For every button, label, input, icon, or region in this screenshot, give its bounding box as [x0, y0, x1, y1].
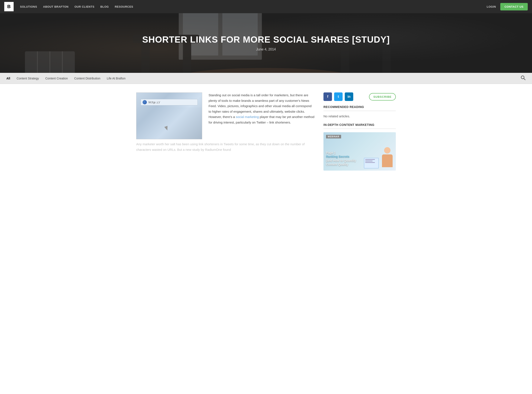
twitter-button[interactable]: t	[334, 93, 343, 101]
article-paragraph-1: Standing out on social media is a tall o…	[208, 93, 315, 125]
url-text: http://	[148, 101, 160, 104]
card-person-decor	[381, 147, 394, 168]
filter-content-distribution[interactable]: Content Distribution	[74, 76, 101, 81]
filter-content-strategy[interactable]: Content Strategy	[17, 76, 39, 81]
filter-links: All Content Strategy Content Creation Co…	[6, 76, 521, 81]
card-badge: WEBINAR	[326, 135, 341, 138]
nav-links: SOLUTIONS ABOUT BRAFTON OUR CLIENTS BLOG…	[20, 5, 487, 8]
recommended-reading-title: RECOMMENDED READING	[324, 105, 396, 109]
indepth-title: IN-DEPTH CONTENT MARKETING	[324, 123, 396, 126]
navbar: B SOLUTIONS ABOUT BRAFTON OUR CLIENTS BL…	[0, 0, 532, 13]
social-marketing-link[interactable]: social marketing	[236, 115, 259, 119]
hero-section: SHORTER LINKS FOR MORE SOCIAL SHARES [ST…	[0, 13, 532, 73]
globe-icon	[142, 100, 147, 104]
article-title: SHORTER LINKS FOR MORE SOCIAL SHARES [ST…	[134, 35, 398, 45]
article-main: http:// Standing out on social media is …	[136, 93, 315, 171]
article-date: June 4, 2014	[256, 47, 276, 51]
indepth-section: IN-DEPTH CONTENT MARKETING WEBINAR Page …	[324, 123, 396, 171]
url-bar-mockup: http://	[141, 99, 198, 105]
svg-line-18	[524, 79, 525, 80]
content-area: http:// Standing out on social media is …	[130, 93, 402, 171]
filter-all[interactable]: All	[6, 76, 10, 81]
subscribe-button[interactable]: SUBSCRIBE	[369, 93, 396, 100]
article-image: http://	[136, 93, 202, 139]
nav-blog[interactable]: BLOG	[101, 5, 109, 8]
svg-point-3	[183, 68, 349, 73]
content-card[interactable]: WEBINAR Page 1 Ranking Secrets (and How …	[324, 132, 396, 171]
linkedin-button[interactable]: in	[345, 93, 353, 101]
section-divider	[324, 111, 396, 111]
search-icon[interactable]	[521, 75, 526, 81]
nav-about[interactable]: ABOUT BRAFTON	[43, 5, 69, 8]
nav-resources[interactable]: RESOURCES	[115, 5, 133, 8]
filter-bar: All Content Strategy Content Creation Co…	[0, 73, 532, 84]
contact-us-button[interactable]: CONTACT US	[500, 3, 528, 10]
nav-right: LOGIN CONTACT US	[487, 3, 528, 10]
svg-rect-7	[183, 43, 191, 73]
recommended-reading-section: RECOMMENDED READING No related articles.	[324, 105, 396, 118]
svg-rect-11	[382, 43, 391, 73]
filter-life-at-brafton[interactable]: Life At Brafton	[107, 76, 126, 81]
social-share-bar: f t in SUBSCRIBE	[324, 93, 396, 101]
svg-rect-6	[141, 43, 150, 73]
sidebar: f t in SUBSCRIBE RECOMMENDED READING No …	[324, 93, 396, 171]
nav-clients[interactable]: OUR CLIENTS	[75, 5, 95, 8]
svg-rect-10	[341, 43, 349, 73]
article-body: Standing out on social media is a tall o…	[208, 93, 315, 128]
indepth-divider	[324, 129, 396, 129]
brand-logo[interactable]: B	[4, 2, 14, 11]
card-screen-decor	[364, 158, 379, 168]
filter-content-creation[interactable]: Content Creation	[45, 76, 68, 81]
login-link[interactable]: LOGIN	[487, 5, 496, 8]
article-bottom-text: Any marketer worth her salt has been usi…	[136, 141, 315, 152]
facebook-button[interactable]: f	[324, 93, 332, 101]
nav-solutions[interactable]: SOLUTIONS	[20, 5, 37, 8]
no-articles-text: No related articles.	[324, 114, 396, 118]
